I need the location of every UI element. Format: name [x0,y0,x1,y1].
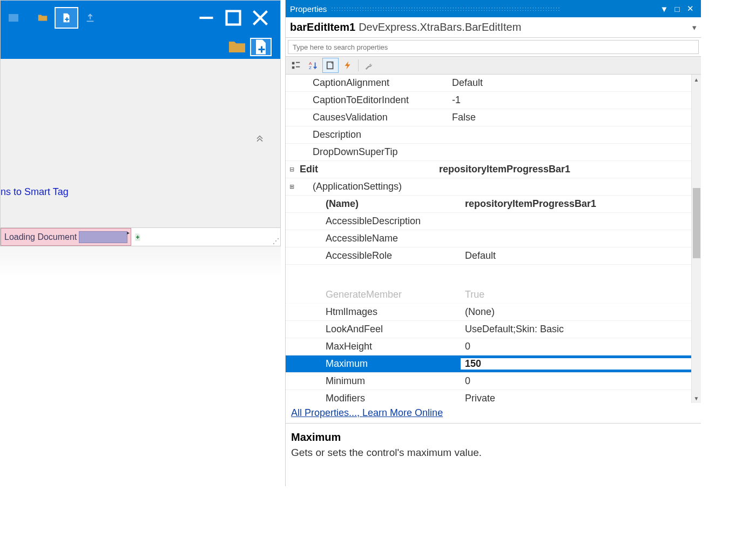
all-properties-link[interactable]: All Properties... [291,407,357,418]
svg-rect-1 [227,11,240,25]
new-file-button[interactable] [55,7,78,29]
link-separator: , [357,407,362,418]
property-value[interactable]: False [448,112,701,123]
properties-scrollbar[interactable]: ▲ ▼ [691,75,701,403]
learn-more-link[interactable]: Learn More Online [362,407,443,418]
property-value[interactable]: 0 [461,375,701,387]
properties-links: All Properties..., Learn More Online [286,403,701,423]
wrench-button[interactable] [361,58,377,73]
property-name: MaxHeight [323,341,461,352]
property-value[interactable]: Default [461,250,701,261]
panel-maximize-button[interactable]: □ [671,4,684,14]
property-description: Maximum Gets or sets the control's maxim… [286,423,701,466]
scrollbar-thumb[interactable] [693,188,700,258]
property-value[interactable]: -1 [448,95,701,106]
component-selector[interactable]: barEditItem1 DevExpress.XtraBars.BarEdit… [286,17,701,38]
property-row[interactable]: Minimum0 [286,373,701,390]
property-row[interactable]: LookAndFeelUseDefault;Skin: Basic [286,321,701,338]
designer-statusbar: Loading Document ▸ ⋰ [1,227,280,246]
svg-rect-4 [296,62,300,63]
properties-titlebar[interactable]: Properties :::::::::::::::::::::::::::::… [286,0,701,17]
expand-toggle-icon[interactable]: ⊟ [286,166,298,173]
property-name: Description [310,129,448,140]
property-value[interactable]: (None) [461,306,701,318]
property-row[interactable]: ⊟EditrepositoryItemProgressBar1 [286,161,701,178]
property-value[interactable]: 150 [461,358,701,370]
property-name: AccessibleName [323,233,461,244]
events-button[interactable] [340,58,356,73]
loading-label: Loading Document [4,232,79,242]
property-row[interactable]: AccessibleDescription [286,213,701,230]
property-name: Maximum [323,358,461,370]
fade-band [0,246,281,279]
property-value[interactable]: Private [461,393,701,403]
property-row[interactable]: ModifiersPrivate [286,390,701,403]
properties-search-input[interactable] [293,43,694,51]
svg-text:Z: Z [309,65,312,70]
properties-panel: Properties :::::::::::::::::::::::::::::… [285,0,701,486]
property-row[interactable]: AccessibleName [286,230,701,247]
property-value[interactable]: 0 [461,341,701,352]
property-value[interactable]: repositoryItemProgressBar1 [461,198,701,210]
property-value[interactable]: True [461,289,701,300]
property-name: AccessibleRole [323,250,461,261]
property-value[interactable]: repositoryItemProgressBar1 [435,164,701,175]
property-name: Minimum [323,375,461,387]
property-value[interactable]: Default [448,77,701,89]
new-file-button-2[interactable] [250,38,272,56]
app-icon [7,11,20,24]
categorized-button[interactable] [288,58,304,73]
dropdown-icon[interactable]: ▾ [692,23,697,32]
property-row[interactable]: HtmlImages(None) [286,304,701,321]
property-name: GenerateMember [323,289,461,300]
property-row[interactable]: (Name)repositoryItemProgressBar1 [286,196,701,213]
resize-grip-icon[interactable]: ⋰ [271,228,280,246]
upload-button[interactable] [78,7,102,29]
panel-close-button[interactable]: ✕ [684,4,697,14]
smart-tag-link[interactable]: ns to Smart Tag [1,186,69,198]
properties-toolbar: AZ [286,56,701,75]
scroll-down-icon[interactable]: ▼ [692,393,701,403]
open-folder-button-2[interactable] [226,38,248,56]
property-row[interactable]: AccessibleRoleDefault [286,247,701,265]
property-pages-button[interactable] [322,58,339,73]
property-row[interactable]: CaptionToEditorIndent-1 [286,92,701,109]
open-folder-button[interactable] [31,7,55,29]
expand-toggle-icon[interactable]: ⊞ [286,183,298,190]
property-row[interactable]: MaxHeight0 [286,338,701,355]
property-name: CaptionToEditorIndent [310,95,448,106]
progress-bar [79,231,127,243]
property-row[interactable]: Description [286,126,701,144]
designer-ribbon [1,35,280,59]
add-item-button[interactable] [131,228,144,246]
property-value[interactable]: UseDefault;Skin: Basic [461,324,701,335]
properties-grid: CaptionAlignmentDefaultCaptionToEditorIn… [286,75,701,403]
property-row[interactable]: CausesValidationFalse [286,109,701,126]
svg-rect-2 [292,62,295,65]
property-name: AccessibleDescription [323,216,461,227]
loading-status-segment[interactable]: Loading Document ▸ [1,228,131,246]
property-name: DropDownSuperTip [310,146,448,158]
designer-titlebar [1,1,280,35]
minimize-button[interactable] [193,7,220,29]
scroll-up-icon[interactable]: ▲ [692,75,701,84]
property-name: Modifiers [323,393,461,403]
designer-client-area: ns to Smart Tag Loading Document ▸ ⋰ [1,59,280,246]
smart-tag-glyph-icon[interactable]: ▸ [127,230,130,236]
property-row[interactable]: Maximum150 [286,355,701,373]
property-row[interactable]: ⊞(ApplicationSettings) [286,178,701,196]
property-name: LookAndFeel [323,324,461,335]
alphabetical-button[interactable]: AZ [305,58,321,73]
property-name: (ApplicationSettings) [310,181,448,192]
close-button[interactable] [247,7,274,29]
selected-component-type: DevExpress.XtraBars.BarEditItem [355,21,521,33]
properties-search[interactable] [288,40,699,54]
property-row[interactable]: DropDownSuperTip [286,144,701,161]
panel-menu-button[interactable]: ▼ [658,4,671,14]
maximize-button[interactable] [220,7,247,29]
property-row[interactable]: GenerateMemberTrue [286,286,701,304]
property-row[interactable]: CaptionAlignmentDefault [286,75,701,92]
chevron-up-icon[interactable] [254,132,265,145]
svg-rect-3 [292,66,295,69]
description-body: Gets or sets the control's maximum value… [291,447,696,459]
